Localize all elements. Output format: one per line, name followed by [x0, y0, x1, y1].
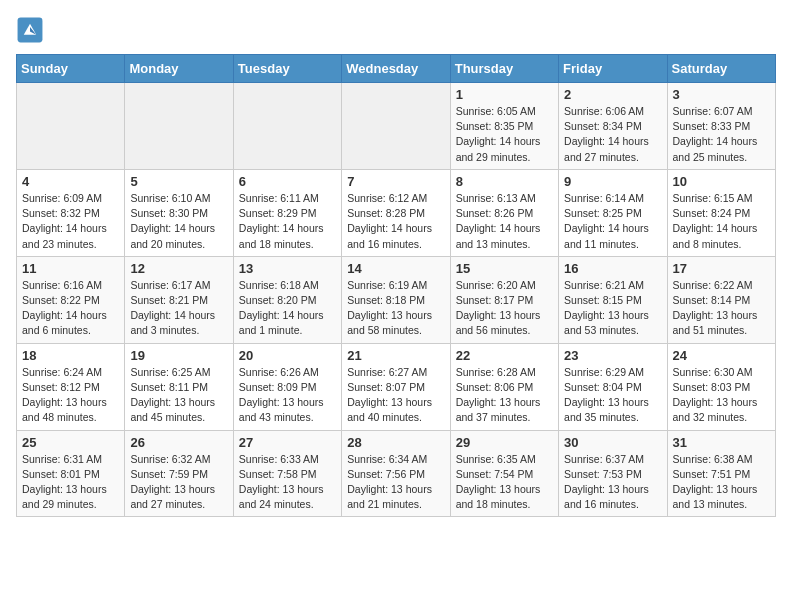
- day-number: 20: [239, 348, 336, 363]
- day-number: 30: [564, 435, 661, 450]
- day-number: 17: [673, 261, 770, 276]
- day-number: 21: [347, 348, 444, 363]
- day-info: Sunrise: 6:24 AM Sunset: 8:12 PM Dayligh…: [22, 365, 119, 426]
- day-info: Sunrise: 6:34 AM Sunset: 7:56 PM Dayligh…: [347, 452, 444, 513]
- page-header: [16, 16, 776, 44]
- calendar-day-cell: 31Sunrise: 6:38 AM Sunset: 7:51 PM Dayli…: [667, 430, 775, 517]
- day-info: Sunrise: 6:06 AM Sunset: 8:34 PM Dayligh…: [564, 104, 661, 165]
- day-number: 22: [456, 348, 553, 363]
- day-info: Sunrise: 6:37 AM Sunset: 7:53 PM Dayligh…: [564, 452, 661, 513]
- day-number: 11: [22, 261, 119, 276]
- calendar-week-row: 1Sunrise: 6:05 AM Sunset: 8:35 PM Daylig…: [17, 83, 776, 170]
- calendar-day-cell: 19Sunrise: 6:25 AM Sunset: 8:11 PM Dayli…: [125, 343, 233, 430]
- calendar-day-cell: 29Sunrise: 6:35 AM Sunset: 7:54 PM Dayli…: [450, 430, 558, 517]
- calendar-day-cell: 14Sunrise: 6:19 AM Sunset: 8:18 PM Dayli…: [342, 256, 450, 343]
- day-info: Sunrise: 6:32 AM Sunset: 7:59 PM Dayligh…: [130, 452, 227, 513]
- day-number: 7: [347, 174, 444, 189]
- day-info: Sunrise: 6:16 AM Sunset: 8:22 PM Dayligh…: [22, 278, 119, 339]
- day-info: Sunrise: 6:38 AM Sunset: 7:51 PM Dayligh…: [673, 452, 770, 513]
- day-number: 4: [22, 174, 119, 189]
- day-info: Sunrise: 6:15 AM Sunset: 8:24 PM Dayligh…: [673, 191, 770, 252]
- calendar-day-cell: 21Sunrise: 6:27 AM Sunset: 8:07 PM Dayli…: [342, 343, 450, 430]
- calendar-day-cell: 12Sunrise: 6:17 AM Sunset: 8:21 PM Dayli…: [125, 256, 233, 343]
- day-info: Sunrise: 6:27 AM Sunset: 8:07 PM Dayligh…: [347, 365, 444, 426]
- day-info: Sunrise: 6:13 AM Sunset: 8:26 PM Dayligh…: [456, 191, 553, 252]
- day-info: Sunrise: 6:20 AM Sunset: 8:17 PM Dayligh…: [456, 278, 553, 339]
- calendar-day-cell: 6Sunrise: 6:11 AM Sunset: 8:29 PM Daylig…: [233, 169, 341, 256]
- calendar-day-cell: 26Sunrise: 6:32 AM Sunset: 7:59 PM Dayli…: [125, 430, 233, 517]
- day-number: 26: [130, 435, 227, 450]
- day-number: 9: [564, 174, 661, 189]
- day-info: Sunrise: 6:18 AM Sunset: 8:20 PM Dayligh…: [239, 278, 336, 339]
- calendar-day-cell: 9Sunrise: 6:14 AM Sunset: 8:25 PM Daylig…: [559, 169, 667, 256]
- day-number: 3: [673, 87, 770, 102]
- calendar-day-cell: 24Sunrise: 6:30 AM Sunset: 8:03 PM Dayli…: [667, 343, 775, 430]
- day-info: Sunrise: 6:05 AM Sunset: 8:35 PM Dayligh…: [456, 104, 553, 165]
- day-number: 19: [130, 348, 227, 363]
- calendar-day-cell: 25Sunrise: 6:31 AM Sunset: 8:01 PM Dayli…: [17, 430, 125, 517]
- calendar-day-cell: 13Sunrise: 6:18 AM Sunset: 8:20 PM Dayli…: [233, 256, 341, 343]
- calendar-header-row: SundayMondayTuesdayWednesdayThursdayFrid…: [17, 55, 776, 83]
- weekday-header: Monday: [125, 55, 233, 83]
- day-number: 8: [456, 174, 553, 189]
- calendar-week-row: 18Sunrise: 6:24 AM Sunset: 8:12 PM Dayli…: [17, 343, 776, 430]
- day-number: 5: [130, 174, 227, 189]
- calendar-day-cell: 30Sunrise: 6:37 AM Sunset: 7:53 PM Dayli…: [559, 430, 667, 517]
- calendar-day-cell: 22Sunrise: 6:28 AM Sunset: 8:06 PM Dayli…: [450, 343, 558, 430]
- day-info: Sunrise: 6:25 AM Sunset: 8:11 PM Dayligh…: [130, 365, 227, 426]
- day-number: 29: [456, 435, 553, 450]
- weekday-header: Saturday: [667, 55, 775, 83]
- day-info: Sunrise: 6:28 AM Sunset: 8:06 PM Dayligh…: [456, 365, 553, 426]
- calendar-day-cell: 1Sunrise: 6:05 AM Sunset: 8:35 PM Daylig…: [450, 83, 558, 170]
- day-info: Sunrise: 6:30 AM Sunset: 8:03 PM Dayligh…: [673, 365, 770, 426]
- calendar-day-cell: 7Sunrise: 6:12 AM Sunset: 8:28 PM Daylig…: [342, 169, 450, 256]
- calendar-day-cell: 16Sunrise: 6:21 AM Sunset: 8:15 PM Dayli…: [559, 256, 667, 343]
- calendar-day-cell: 23Sunrise: 6:29 AM Sunset: 8:04 PM Dayli…: [559, 343, 667, 430]
- day-info: Sunrise: 6:35 AM Sunset: 7:54 PM Dayligh…: [456, 452, 553, 513]
- calendar-day-cell: 27Sunrise: 6:33 AM Sunset: 7:58 PM Dayli…: [233, 430, 341, 517]
- day-number: 13: [239, 261, 336, 276]
- calendar-day-cell: 15Sunrise: 6:20 AM Sunset: 8:17 PM Dayli…: [450, 256, 558, 343]
- day-info: Sunrise: 6:07 AM Sunset: 8:33 PM Dayligh…: [673, 104, 770, 165]
- calendar-day-cell: 17Sunrise: 6:22 AM Sunset: 8:14 PM Dayli…: [667, 256, 775, 343]
- weekday-header: Wednesday: [342, 55, 450, 83]
- calendar-week-row: 11Sunrise: 6:16 AM Sunset: 8:22 PM Dayli…: [17, 256, 776, 343]
- day-number: 12: [130, 261, 227, 276]
- day-number: 10: [673, 174, 770, 189]
- day-info: Sunrise: 6:29 AM Sunset: 8:04 PM Dayligh…: [564, 365, 661, 426]
- calendar-day-cell: 5Sunrise: 6:10 AM Sunset: 8:30 PM Daylig…: [125, 169, 233, 256]
- day-number: 24: [673, 348, 770, 363]
- logo-icon: [16, 16, 44, 44]
- calendar-table: SundayMondayTuesdayWednesdayThursdayFrid…: [16, 54, 776, 517]
- calendar-day-cell: [125, 83, 233, 170]
- day-info: Sunrise: 6:21 AM Sunset: 8:15 PM Dayligh…: [564, 278, 661, 339]
- day-number: 14: [347, 261, 444, 276]
- day-number: 23: [564, 348, 661, 363]
- day-info: Sunrise: 6:31 AM Sunset: 8:01 PM Dayligh…: [22, 452, 119, 513]
- logo: [16, 16, 48, 44]
- calendar-day-cell: 28Sunrise: 6:34 AM Sunset: 7:56 PM Dayli…: [342, 430, 450, 517]
- calendar-day-cell: 2Sunrise: 6:06 AM Sunset: 8:34 PM Daylig…: [559, 83, 667, 170]
- day-info: Sunrise: 6:12 AM Sunset: 8:28 PM Dayligh…: [347, 191, 444, 252]
- calendar-week-row: 25Sunrise: 6:31 AM Sunset: 8:01 PM Dayli…: [17, 430, 776, 517]
- day-info: Sunrise: 6:09 AM Sunset: 8:32 PM Dayligh…: [22, 191, 119, 252]
- calendar-day-cell: 3Sunrise: 6:07 AM Sunset: 8:33 PM Daylig…: [667, 83, 775, 170]
- day-number: 28: [347, 435, 444, 450]
- calendar-day-cell: 20Sunrise: 6:26 AM Sunset: 8:09 PM Dayli…: [233, 343, 341, 430]
- calendar-day-cell: 4Sunrise: 6:09 AM Sunset: 8:32 PM Daylig…: [17, 169, 125, 256]
- day-number: 16: [564, 261, 661, 276]
- weekday-header: Tuesday: [233, 55, 341, 83]
- day-info: Sunrise: 6:14 AM Sunset: 8:25 PM Dayligh…: [564, 191, 661, 252]
- calendar-day-cell: [17, 83, 125, 170]
- calendar-day-cell: 8Sunrise: 6:13 AM Sunset: 8:26 PM Daylig…: [450, 169, 558, 256]
- calendar-day-cell: 18Sunrise: 6:24 AM Sunset: 8:12 PM Dayli…: [17, 343, 125, 430]
- calendar-day-cell: [342, 83, 450, 170]
- day-number: 27: [239, 435, 336, 450]
- day-number: 1: [456, 87, 553, 102]
- weekday-header: Thursday: [450, 55, 558, 83]
- calendar-week-row: 4Sunrise: 6:09 AM Sunset: 8:32 PM Daylig…: [17, 169, 776, 256]
- day-number: 31: [673, 435, 770, 450]
- day-info: Sunrise: 6:17 AM Sunset: 8:21 PM Dayligh…: [130, 278, 227, 339]
- day-info: Sunrise: 6:11 AM Sunset: 8:29 PM Dayligh…: [239, 191, 336, 252]
- calendar-day-cell: 10Sunrise: 6:15 AM Sunset: 8:24 PM Dayli…: [667, 169, 775, 256]
